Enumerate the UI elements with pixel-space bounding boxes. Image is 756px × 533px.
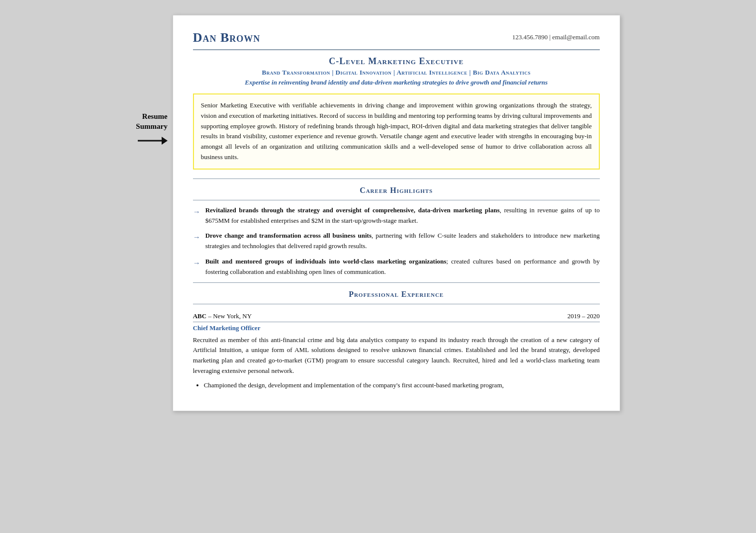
exp-section-title: Professional Experience <box>349 290 444 298</box>
highlight-bold-2: Drove change and transformation across a… <box>205 232 372 239</box>
job-header-row: ABC – New York, NY 2019 – 2020 <box>193 311 600 320</box>
highlight-item-3: Built and mentored groups of individuals… <box>205 257 600 277</box>
company-name: ABC <box>193 312 206 320</box>
highlights-divider-bottom <box>193 200 600 200</box>
job-dates: 2019 – 2020 <box>567 312 600 320</box>
resume-document: Dan Brown 123.456.7890 | email@email.com… <box>173 15 620 411</box>
list-item: → Revitalized brands through the strateg… <box>193 205 600 226</box>
title-section: C-Level Marketing Executive Brand Transf… <box>193 56 600 87</box>
highlight-bold-3: Built and mentored groups of individuals… <box>205 258 447 265</box>
highlights-header: Career Highlights <box>193 186 600 195</box>
bullet-arrow-3: → <box>193 257 200 269</box>
company-location: – New York, NY <box>206 312 252 320</box>
bullet-arrow-2: → <box>193 231 200 243</box>
sidebar-annotation: Resume Summary <box>136 112 167 150</box>
exp-divider-bottom <box>193 304 600 304</box>
job-description: Recruited as member of this anti-financi… <box>193 335 600 376</box>
sidebar-arrow <box>138 133 168 150</box>
svg-marker-1 <box>162 137 168 145</box>
expertise-line: Expertise in reinventing brand identity … <box>193 79 600 87</box>
resume-summary-box: Senior Marketing Executive with verifiab… <box>193 93 600 170</box>
highlight-item-2: Drove change and transformation across a… <box>205 231 600 252</box>
contact-info: 123.456.7890 | email@email.com <box>512 33 600 41</box>
highlight-bold-1: Revitalized brands through the strategy … <box>205 206 500 214</box>
specialties: Brand Transformation | Digital Innovatio… <box>193 69 600 77</box>
professional-experience-section: Professional Experience ABC – New York, … <box>193 282 600 391</box>
exp-divider-top <box>193 282 600 283</box>
job-underline <box>193 322 600 322</box>
bullet-arrow-1: → <box>193 206 200 218</box>
job-company: ABC – New York, NY <box>193 311 252 320</box>
list-item: → Built and mentored groups of individua… <box>193 257 600 277</box>
sidebar-label-text: Resume Summary <box>136 112 167 131</box>
highlights-title: Career Highlights <box>360 186 433 194</box>
candidate-name: Dan Brown <box>193 30 261 45</box>
page-wrapper: Resume Summary Dan Brown 123.456.7890 | … <box>136 15 620 411</box>
highlight-item-1: Revitalized brands through the strategy … <box>205 205 600 226</box>
resume-header: Dan Brown 123.456.7890 | email@email.com <box>193 30 600 50</box>
summary-text: Senior Marketing Executive with verifiab… <box>201 101 592 161</box>
bullet-item: Championed the design, development and i… <box>204 380 600 391</box>
job-bullets: Championed the design, development and i… <box>193 380 600 391</box>
job-role: Chief Marketing Officer <box>193 324 600 332</box>
career-highlights-section: Career Highlights → Revitalized brands t… <box>193 178 600 277</box>
bullet-text-1: Championed the design, development and i… <box>204 381 504 389</box>
list-item: → Drove change and transformation across… <box>193 231 600 252</box>
exp-header-block: Professional Experience <box>193 290 600 299</box>
highlights-divider-top <box>193 178 600 179</box>
highlights-list: → Revitalized brands through the strateg… <box>193 205 600 277</box>
job-title: C-Level Marketing Executive <box>193 56 600 67</box>
